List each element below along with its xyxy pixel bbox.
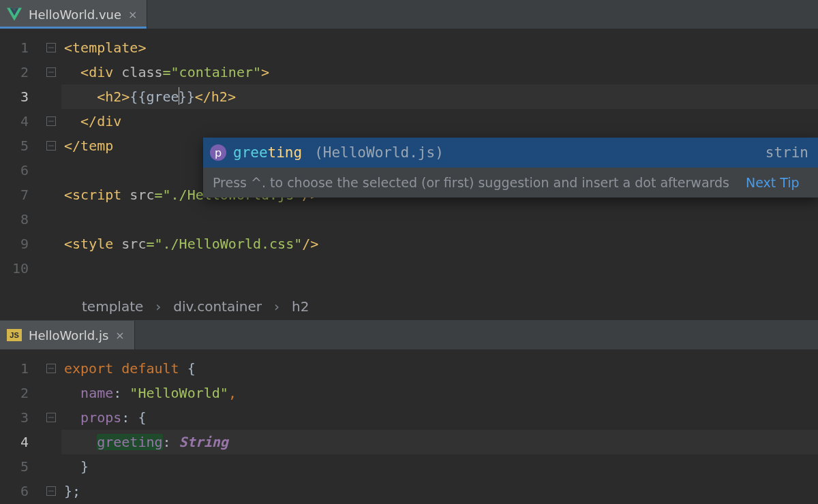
code-area-bottom[interactable]: export default { name: "HelloWorld", pro…: [61, 349, 818, 504]
chevron-right-icon: ›: [274, 298, 279, 315]
code-line-current[interactable]: greeting: String: [61, 430, 818, 454]
gutter-top: 1 2 3 4 5 6 7 8 9 10: [0, 29, 41, 293]
fold-icon[interactable]: [46, 364, 56, 373]
fold-column-top: [41, 29, 61, 293]
tab-bar-bottom: JS HelloWorld.js ×: [0, 321, 818, 349]
property-badge-icon: p: [210, 144, 226, 161]
hint-text: Press ^. to choose the selected (or firs…: [213, 175, 729, 190]
code-line[interactable]: };: [61, 479, 818, 503]
editor-bottom[interactable]: 1 2 3 4 5 6 export default { name: "Hell…: [0, 349, 818, 504]
code-line[interactable]: props: {: [61, 405, 818, 430]
close-icon[interactable]: ×: [128, 8, 137, 21]
fold-icon[interactable]: [46, 141, 56, 151]
autocomplete-item-selected[interactable]: p greeting (HelloWorld.js) strin: [203, 138, 818, 168]
js-icon: JS: [7, 329, 22, 341]
tab-label: HelloWorld.js: [29, 328, 108, 343]
editor-top[interactable]: 1 2 3 4 5 6 7 8 9 10 <template> <div cla…: [0, 29, 818, 293]
code-line[interactable]: <div class="container">: [61, 60, 818, 84]
code-line[interactable]: <template>: [61, 35, 818, 60]
code-line[interactable]: export default {: [61, 356, 818, 381]
tab-label: HelloWorld.vue: [29, 7, 121, 22]
autocomplete-hint: Press ^. to choose the selected (or firs…: [203, 168, 818, 198]
breadcrumb: template › div.container › h2: [0, 293, 818, 321]
breadcrumb-item[interactable]: template: [82, 298, 143, 315]
fold-icon[interactable]: [46, 413, 56, 422]
gutter-bottom: 1 2 3 4 5 6: [0, 349, 41, 504]
vue-icon: [7, 7, 22, 21]
code-line-current[interactable]: <h2>{{gree}}</h2>: [61, 84, 818, 109]
code-line[interactable]: name: "HelloWorld",: [61, 381, 818, 405]
code-line[interactable]: [61, 256, 818, 281]
code-line[interactable]: <style src="./HelloWorld.css"/>: [61, 232, 818, 256]
fold-icon[interactable]: [46, 116, 56, 126]
suggestion-type: strin: [766, 144, 808, 161]
tab-helloworld-vue[interactable]: HelloWorld.vue ×: [0, 0, 147, 29]
code-line[interactable]: [61, 207, 818, 232]
suggestion-location: (HelloWorld.js): [314, 144, 444, 161]
close-icon[interactable]: ×: [115, 329, 124, 342]
fold-icon[interactable]: [46, 67, 56, 77]
top-editor-pane: HelloWorld.vue × 1 2 3 4 5 6 7 8 9 10: [0, 0, 818, 321]
code-line[interactable]: }: [61, 454, 818, 479]
autocomplete-popup: p greeting (HelloWorld.js) strin Press ^…: [203, 138, 818, 198]
chevron-right-icon: ›: [155, 298, 161, 315]
next-tip-link[interactable]: Next Tip: [746, 175, 800, 190]
breadcrumb-item[interactable]: div.container: [173, 298, 262, 315]
fold-column-bottom: [41, 349, 61, 504]
breadcrumb-item[interactable]: h2: [292, 298, 309, 315]
code-area-top[interactable]: <template> <div class="container"> <h2>{…: [61, 29, 818, 293]
tab-bar-top: HelloWorld.vue ×: [0, 0, 818, 29]
fold-icon[interactable]: [46, 486, 56, 496]
suggestion-name: greeting: [233, 144, 302, 161]
bottom-editor-pane: JS HelloWorld.js × 1 2 3 4 5 6 export de…: [0, 321, 818, 504]
fold-icon[interactable]: [46, 43, 56, 52]
code-line[interactable]: </div: [61, 109, 818, 133]
tab-helloworld-js[interactable]: JS HelloWorld.js ×: [0, 321, 135, 349]
